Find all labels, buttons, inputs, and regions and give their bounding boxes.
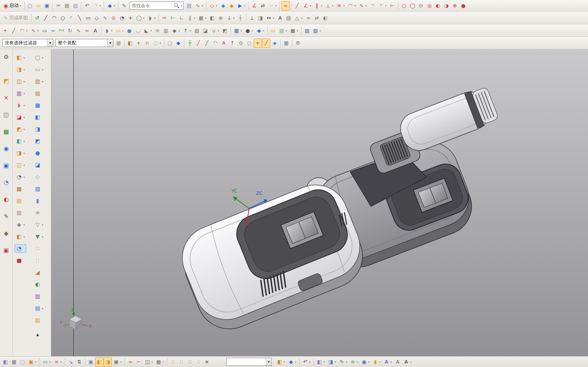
window-frame-icon[interactable]: ▭▾: [33, 65, 45, 74]
combo-dropdown-icon[interactable]: ▼: [107, 39, 113, 47]
dropdown-caret-icon[interactable]: ▾: [379, 360, 381, 363]
project-curve-icon[interactable]: ↓▾: [225, 13, 236, 22]
swap-arrows-icon[interactable]: ⇄: [259, 1, 267, 10]
web-browser-icon[interactable]: ◉: [2, 144, 11, 153]
normal-line-icon[interactable]: ⊢: [388, 1, 396, 10]
paste-icon[interactable]: ▨: [71, 1, 79, 10]
offset-surface-icon[interactable]: ↑▾: [182, 26, 192, 35]
process-studio-icon[interactable]: ◔: [2, 178, 11, 187]
history-icon[interactable]: ▣: [2, 161, 11, 170]
dropdown-caret-icon[interactable]: ▾: [178, 29, 180, 32]
suppress-component-icon[interactable]: ×▾: [52, 357, 63, 367]
bridge-curve-icon[interactable]: ◠▾: [346, 1, 357, 10]
orange-move-icon[interactable]: ◧▾: [15, 232, 26, 241]
rectangle-sketch-icon[interactable]: ▭: [84, 13, 92, 22]
dropdown-caret-icon[interactable]: ▾: [37, 29, 39, 32]
save-icon[interactable]: ▣: [43, 1, 51, 10]
assembly-scope-combo[interactable]: 整个装配 ▼: [56, 39, 113, 47]
pattern-cube-icon[interactable]: ◨▾: [15, 65, 26, 74]
dropdown-caret-icon[interactable]: ▾: [150, 29, 152, 32]
line-angle-icon[interactable]: ∠▾: [302, 1, 312, 10]
dropdown-caret-icon[interactable]: ▾: [121, 29, 124, 32]
blue-cube-tool-icon[interactable]: ◆▾: [287, 357, 298, 367]
snap-intersection-icon[interactable]: +: [254, 39, 262, 48]
dropdown-caret-icon[interactable]: ▾: [41, 223, 44, 226]
pack-component-icon[interactable]: ◧: [95, 357, 103, 367]
geometric-constraints-icon[interactable]: ⊥: [248, 13, 256, 22]
double-spline-icon[interactable]: ∿▾: [29, 26, 40, 35]
gray-gem-icon[interactable]: ◆▾: [15, 220, 26, 229]
ruled-cube-icon[interactable]: ◨▾: [15, 149, 26, 157]
search-icon[interactable]: [174, 3, 180, 9]
dropdown-caret-icon[interactable]: ▾: [309, 4, 312, 7]
blue-cube-2-icon[interactable]: ◨: [33, 125, 45, 133]
selection-pref-icon[interactable]: ⚙: [294, 39, 302, 48]
grid-snap-icon[interactable]: ▦: [282, 39, 290, 48]
snap-on-curve-icon[interactable]: ◠: [211, 39, 219, 48]
relations-icon[interactable]: ≈: [304, 13, 312, 22]
dropdown-caret-icon[interactable]: ▾: [159, 42, 162, 44]
pattern-gray-icon[interactable]: ∷: [177, 357, 185, 367]
alternate-solution-icon[interactable]: ◐: [321, 13, 329, 22]
circle-center-radius-icon[interactable]: ○: [400, 1, 408, 10]
interpart-link-icon[interactable]: ⌐: [135, 357, 143, 367]
find-component-icon[interactable]: ◧: [2, 357, 10, 367]
polygon-sketch-icon[interactable]: ◇: [93, 13, 101, 22]
dropdown-caret-icon[interactable]: ▾: [23, 128, 25, 131]
system-scenes-icon[interactable]: ◆: [2, 229, 11, 238]
snap-center-icon[interactable]: ⊙: [237, 39, 245, 48]
books-icon[interactable]: ▥: [33, 292, 45, 300]
shell-icon[interactable]: ◗▾: [15, 101, 26, 109]
spline-sketch-icon[interactable]: ∿: [101, 13, 109, 22]
new-parent-icon[interactable]: ▣▾: [112, 357, 123, 367]
dropdown-caret-icon[interactable]: ▾: [120, 360, 122, 363]
drawer-icon[interactable]: ▤: [33, 89, 45, 97]
part-flag-icon[interactable]: ▶▾: [236, 1, 247, 10]
assembly-arrow-icon[interactable]: ↘: [67, 357, 75, 367]
patch-icon[interactable]: ◩: [221, 26, 229, 35]
snap-endpoint-icon[interactable]: ╱: [203, 39, 211, 48]
move-component-icon[interactable]: ▭▾: [41, 357, 52, 367]
dropdown-caret-icon[interactable]: ▾: [193, 17, 196, 19]
dots-gray-icon[interactable]: ∷: [33, 256, 45, 265]
auto-dimension-icon[interactable]: △▾: [293, 13, 304, 22]
dropdown-caret-icon[interactable]: ▾: [41, 68, 44, 71]
arc-segment-icon[interactable]: ◜▾: [377, 1, 388, 10]
manufacturing-wizard-icon[interactable]: ◐: [2, 195, 11, 204]
point-plus-icon[interactable]: +: [126, 13, 135, 22]
roles-pencil-icon[interactable]: ✎: [2, 212, 11, 221]
dropdown-caret-icon[interactable]: ▾: [23, 140, 25, 142]
steps-icon[interactable]: ◢: [33, 268, 45, 277]
dropdown-caret-icon[interactable]: ▾: [275, 4, 277, 7]
swatch-icon[interactable]: ■▾: [289, 26, 300, 35]
selection-filter-combo[interactable]: 没有选择过滤器 ▼: [2, 39, 53, 47]
display-constraints-icon[interactable]: ▤: [285, 13, 293, 22]
circle-diameter-icon[interactable]: ⊙: [417, 1, 425, 10]
text-sketch-icon[interactable]: A: [276, 13, 284, 22]
stack-icon[interactable]: ≡: [33, 208, 45, 217]
dropdown-caret-icon[interactable]: ▾: [201, 4, 204, 7]
unpack-component-icon[interactable]: ◨: [104, 357, 112, 367]
snap-midpoint-icon[interactable]: ╱: [262, 39, 270, 48]
sync-modeling-icon[interactable]: ◩▾: [15, 125, 26, 133]
sphere-tool-icon[interactable]: ●: [125, 26, 133, 35]
dropdown-caret-icon[interactable]: ▾: [272, 17, 275, 19]
teal-cube-icon[interactable]: ◧▾: [15, 137, 26, 145]
sketch-recall-icon[interactable]: ↶▾: [301, 357, 312, 367]
cabinet-icon[interactable]: ▥▾: [33, 77, 45, 85]
ellipse-icon[interactable]: ◯▾: [135, 13, 146, 22]
dropdown-caret-icon[interactable]: ▾: [49, 360, 51, 363]
dropdown-caret-icon[interactable]: ▾: [345, 360, 348, 363]
dropdown-caret-icon[interactable]: ▾: [323, 360, 325, 363]
gem-icon[interactable]: ◆: [219, 1, 227, 10]
add-component-icon[interactable]: ▣▾: [27, 357, 38, 367]
circle-sketch-icon[interactable]: ○: [59, 13, 67, 22]
layer-cube-icon[interactable]: ▧: [33, 184, 45, 193]
render-sphere-icon[interactable]: ●▾: [244, 26, 254, 35]
offset-line-icon[interactable]: ≡▾: [335, 1, 346, 10]
drawing-grid-icon[interactable]: ▢: [19, 357, 27, 367]
viewport-canvas[interactable]: YC ZC XC Y X Z: [51, 49, 588, 356]
window-stack-icon[interactable]: ▤: [185, 1, 193, 10]
blue-cube-4-icon[interactable]: ◪: [33, 161, 45, 169]
circle-tangent-icon[interactable]: ◑: [442, 1, 450, 10]
